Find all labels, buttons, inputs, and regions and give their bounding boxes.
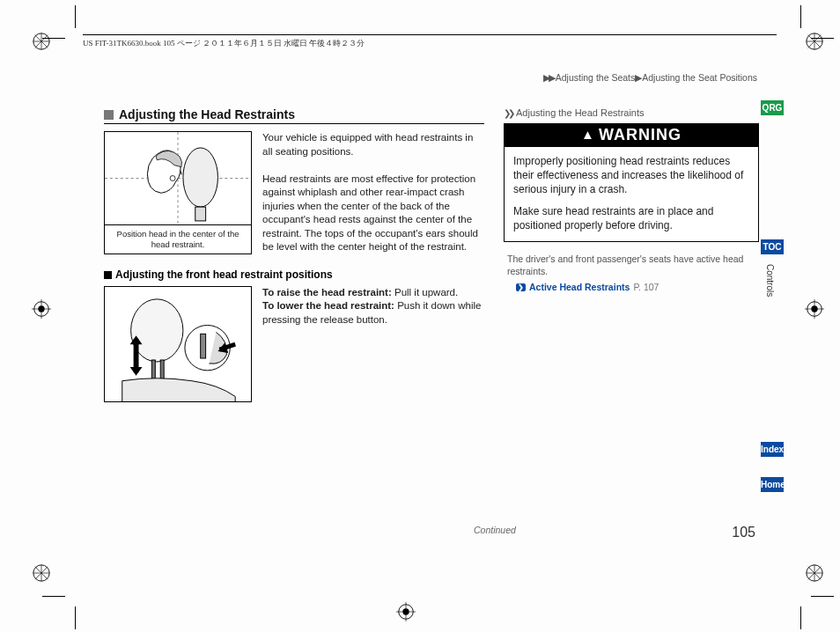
raise-label: To raise the head restraint: (262, 287, 392, 298)
tab-index[interactable]: Index (761, 442, 784, 457)
side-note: The driver's and front passenger's seats… (504, 253, 759, 277)
ref-link-active-head-restraints[interactable]: ❯Active Head RestraintsP. 107 (516, 282, 659, 292)
square-bullet-icon (104, 110, 114, 120)
svg-rect-14 (160, 360, 164, 381)
continued-label: Continued (474, 525, 516, 535)
right-note-heading: ❯❯Adjusting the Head Restraints (504, 107, 759, 118)
breadcrumb-arrows-icon: ▶▶ (543, 72, 554, 83)
document-meta-header: US FIT-31TK6630.book 105 ページ ２０１１年６月１５日 … (83, 34, 777, 49)
warning-paragraph-2: Make sure head restraints are in place a… (513, 204, 749, 232)
tab-qrg[interactable]: QRG (761, 100, 784, 115)
ref-link-label: Active Head Restraints (529, 282, 630, 292)
breadcrumb: ▶▶Adjusting the Seats▶Adjusting the Seat… (104, 72, 759, 83)
link-arrow-icon: ❯ (516, 283, 526, 291)
lower-label: To lower the head restraint: (262, 300, 394, 311)
warning-paragraph-1: Improperly positioning head restraints r… (513, 154, 749, 197)
warning-heading: ▲WARNING (505, 124, 758, 147)
lower-instruction: To lower the head restraint: Push it dow… (262, 299, 484, 327)
subsection-heading-text: Adjusting the front head restraint posit… (115, 268, 333, 281)
subsection-heading: Adjusting the front head restraint posit… (104, 268, 484, 281)
svg-point-10 (183, 148, 218, 207)
breadcrumb-level1: Adjusting the Seats (556, 72, 635, 83)
figure-adjust-restraint (104, 286, 252, 402)
figure-head-position-art (105, 132, 251, 225)
raise-instruction: To raise the head restraint: Pull it upw… (262, 286, 484, 300)
raise-text: Pull it upward. (392, 287, 458, 298)
page-content: ▶▶Adjusting the Seats▶Adjusting the Seat… (104, 72, 759, 547)
ref-link-page: P. 107 (633, 282, 659, 292)
square-bullet-icon (104, 271, 112, 279)
section-heading: Adjusting the Head Restraints (104, 107, 484, 124)
svg-rect-16 (201, 334, 206, 358)
figure-head-position: Position head in the center of the head … (104, 131, 252, 254)
svg-rect-13 (151, 360, 155, 381)
tab-toc[interactable]: TOC (761, 239, 784, 254)
section-heading-text: Adjusting the Head Restraints (119, 107, 295, 121)
svg-rect-11 (195, 207, 206, 221)
right-note-heading-text: Adjusting the Head Restraints (516, 107, 645, 118)
section-label-controls: Controls (765, 264, 775, 297)
warning-triangle-icon: ▲ (581, 127, 595, 142)
page-number: 105 (732, 525, 755, 540)
figure-head-position-caption: Position head in the center of the head … (105, 225, 251, 254)
tab-home[interactable]: Home (761, 477, 784, 492)
breadcrumb-level2: Adjusting the Seat Positions (642, 72, 757, 83)
warning-box: ▲WARNING Improperly positioning head res… (504, 123, 759, 242)
chevron-right-icon: ❯❯ (504, 108, 512, 118)
intro-paragraph-2: Head restraints are most effective for p… (262, 173, 484, 254)
warning-title-text: WARNING (599, 126, 682, 143)
intro-paragraph-1: Your vehicle is equipped with head restr… (262, 131, 484, 158)
